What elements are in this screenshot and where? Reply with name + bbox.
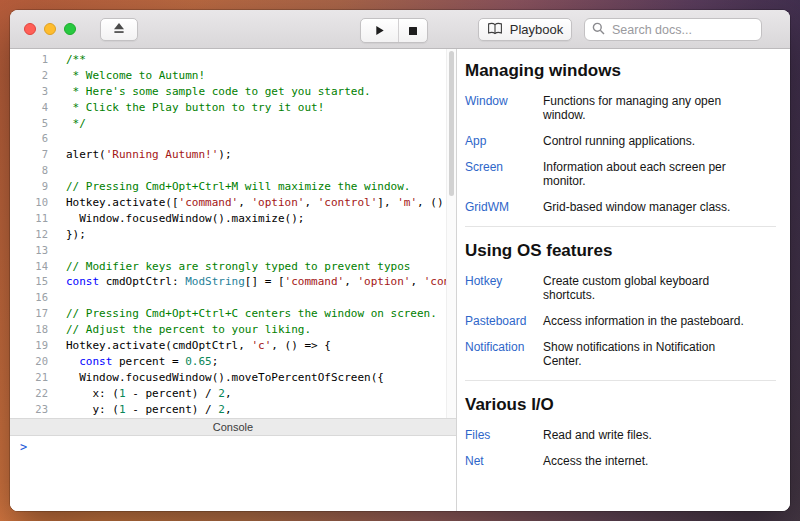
console-prompt: > [20,440,27,454]
line-number: 19 [10,338,48,354]
code-line[interactable]: 20 const percent = 0.65; [10,354,456,370]
line-number: 23 [10,402,48,418]
code-line[interactable]: 22 x: (1 - percent) / 2, [10,386,456,402]
playbook-label: Playbook [510,22,563,37]
minimize-button[interactable] [44,23,56,35]
upload-button[interactable] [100,18,138,41]
docs-section-title: Managing windows [465,61,776,81]
code-editor[interactable]: 1/**2 * Welcome to Autumn!3 * Here's som… [10,49,456,418]
line-number: 10 [10,195,48,211]
close-button[interactable] [24,23,36,35]
doc-link-pasteboard[interactable]: Pasteboard [465,314,543,328]
upload-icon [112,22,126,37]
stop-icon [408,22,418,40]
line-number: 12 [10,227,48,243]
playbook-button[interactable]: Playbook [478,18,572,41]
console-output[interactable]: > [10,436,456,511]
code-line[interactable]: 15const cmdOptCtrl: ModString[] = ['comm… [10,274,456,290]
traffic-lights [24,23,76,35]
code-text: const cmdOptCtrl: ModString[] = ['comman… [66,274,456,290]
code-line[interactable]: 4 * Click the Play button to try it out! [10,100,456,116]
doc-entry: FilesRead and write files. [465,428,776,442]
editor-scrollbar[interactable] [446,49,456,418]
doc-description: Control running applications. [543,134,755,148]
code-line[interactable]: 23 y: (1 - percent) / 2, [10,402,456,418]
code-line[interactable]: 3 * Here's some sample code to get you s… [10,84,456,100]
code-line[interactable]: 10Hotkey.activate(['command', 'option', … [10,195,456,211]
code-line[interactable]: 14// Modifier keys are strongly typed to… [10,259,456,275]
line-number: 11 [10,211,48,227]
doc-link-gridwm[interactable]: GridWM [465,200,543,214]
doc-link-net[interactable]: Net [465,454,543,468]
docs-content: Managing windowsWindowFunctions for mana… [465,61,776,468]
code-line[interactable]: 5 */ [10,116,456,132]
doc-link-screen[interactable]: Screen [465,160,543,188]
line-number: 13 [10,243,48,259]
editor-scrollbar-thumb[interactable] [449,51,454,196]
line-number: 21 [10,370,48,386]
code-line[interactable]: 8 [10,163,456,179]
code-line[interactable]: 12}); [10,227,456,243]
code-line[interactable]: 7alert('Running Autumn!'); [10,147,456,163]
docs-search[interactable] [584,18,762,41]
code-text: * Welcome to Autumn! [66,68,205,84]
code-line[interactable]: 18// Adjust the percent to your liking. [10,322,456,338]
stop-button[interactable] [399,19,427,42]
doc-entry: ScreenInformation about each screen per … [465,160,776,188]
code-text: * Here's some sample code to get you sta… [66,84,371,100]
doc-description: Grid-based window manager class. [543,200,755,214]
titlebar[interactable]: Playbook [10,10,790,49]
doc-link-app[interactable]: App [465,134,543,148]
code-line[interactable]: 6 [10,131,456,147]
line-number: 17 [10,306,48,322]
code-lines: 1/**2 * Welcome to Autumn!3 * Here's som… [10,52,456,417]
doc-link-window[interactable]: Window [465,94,543,122]
play-button[interactable] [361,19,399,42]
search-input[interactable] [610,22,754,38]
line-number: 22 [10,386,48,402]
code-text: Window.focusedWindow().moveToPercentOfSc… [66,370,384,386]
line-number: 4 [10,100,48,116]
line-number: 2 [10,68,48,84]
code-text: Hotkey.activate(['command', 'option', 'c… [66,195,456,211]
code-text: // Pressing Cmd+Opt+Ctrl+C centers the w… [66,306,437,322]
code-text: /** [66,52,86,68]
code-text: * Click the Play button to try it out! [66,100,324,116]
line-number: 7 [10,147,48,163]
code-text: */ [66,116,86,132]
code-line[interactable]: 11 Window.focusedWindow().maximize(); [10,211,456,227]
docs-pane: Managing windowsWindowFunctions for mana… [457,49,790,511]
code-line[interactable]: 9// Pressing Cmd+Opt+Ctrl+M will maximiz… [10,179,456,195]
play-icon [374,22,385,40]
code-text: }); [66,227,86,243]
zoom-button[interactable] [64,23,76,35]
line-number: 6 [10,131,48,147]
code-line[interactable]: 16 [10,290,456,306]
docs-section-title: Various I/O [465,395,776,415]
line-number: 3 [10,84,48,100]
code-line[interactable]: 1/** [10,52,456,68]
main-content: 1/**2 * Welcome to Autumn!3 * Here's som… [10,49,790,511]
code-line[interactable]: 19Hotkey.activate(cmdOptCtrl, 'c', () =>… [10,338,456,354]
doc-link-files[interactable]: Files [465,428,543,442]
code-text: Window.focusedWindow().maximize(); [66,211,304,227]
code-text: y: (1 - percent) / 2, [66,402,232,418]
console-header[interactable]: Console [10,418,456,436]
code-line[interactable]: 2 * Welcome to Autumn! [10,68,456,84]
code-text: alert('Running Autumn!'); [66,147,232,163]
code-line[interactable]: 17// Pressing Cmd+Opt+Ctrl+C centers the… [10,306,456,322]
code-line[interactable]: 21 Window.focusedWindow().moveToPercentO… [10,370,456,386]
doc-entry: NotificationShow notifications in Notifi… [465,340,776,368]
line-number: 5 [10,116,48,132]
doc-entry: GridWMGrid-based window manager class. [465,200,776,214]
doc-description: Read and write files. [543,428,755,442]
doc-description: Access information in the pasteboard. [543,314,755,328]
code-line[interactable]: 13 [10,243,456,259]
doc-description: Show notifications in Notification Cente… [543,340,755,368]
doc-link-hotkey[interactable]: Hotkey [465,274,543,302]
code-text: Hotkey.activate(cmdOptCtrl, 'c', () => { [66,338,331,354]
doc-link-notification[interactable]: Notification [465,340,543,368]
search-icon [592,21,605,39]
line-number: 16 [10,290,48,306]
line-number: 14 [10,259,48,275]
